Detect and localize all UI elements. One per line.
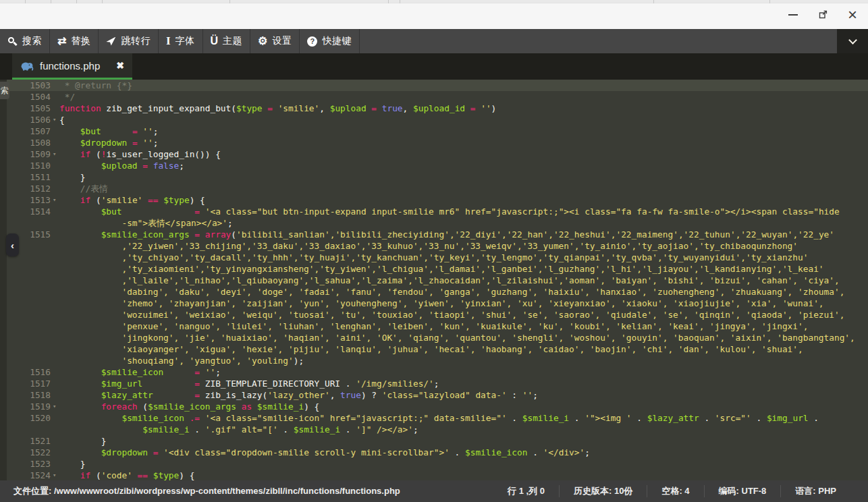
gutter-cell: 1518 [0,389,59,401]
code-line[interactable]: * @return {*} [59,80,132,91]
font-icon: I [166,36,171,47]
line-number: 1517 [8,378,51,389]
code-row: 1505function zib_get_input_expand_but($t… [0,103,868,114]
status-spaces: 空格: 4 [647,485,703,497]
line-number: 1523 [8,458,51,470]
fold-arrow-icon[interactable]: ▾ [51,470,59,480]
code-line[interactable]: 'shouqiang', 'yangtuo', 'youling'); [59,355,304,366]
toolbar-button-shortcuts[interactable]: ?快捷键 [300,29,360,53]
code-line[interactable]: $upload = false; [59,160,184,171]
restore-button[interactable] [817,9,829,21]
code-row: ,'ty_chiyao','ty_dacall','ty_hhh','ty_hu… [0,252,868,263]
gutter-cell [0,286,59,298]
gutter-cell: 1511 [0,171,59,183]
fold-arrow-icon[interactable]: ▾ [51,148,59,160]
toolbar: 搜索⇄替换跳转行I字体Ü主题⚙设置?快捷键 [0,29,868,53]
statusbar: 文件位置: /www/wwwroot/zibi/wordpress/wp-con… [0,480,868,502]
code-line[interactable]: $dropdown = '<div class="dropdown-smilie… [59,447,590,458]
code-line[interactable]: } [59,458,86,470]
code-row: 1510 $upload = false; [0,160,868,171]
gutter-cell [0,320,59,332]
code-line[interactable]: */ [59,91,75,103]
code-line[interactable]: $smilie_i . '.gif" alt="[' . $smilie_i .… [59,424,418,435]
code-line[interactable]: foreach ($smilie_icon_args as $smilie_i)… [59,401,319,412]
close-button[interactable]: × [846,9,859,21]
search-icon [7,36,18,47]
code-line[interactable]: $but = '<a class="but btn-input-expand i… [59,206,840,217]
line-number: 1509 [8,148,51,160]
code-line[interactable]: $smilie_icon_args = array('bilibili_sanl… [59,229,834,240]
collapsed-search-panel-tab[interactable]: 索 [0,82,9,99]
minimize-button[interactable] [787,9,799,21]
code-row: 1506▾{ [0,114,868,125]
code-row: 1515 $smilie_icon_args = array('bilibili… [0,229,868,240]
sidebar-collapse-handle[interactable]: ‹ [6,233,19,256]
code-editor-window: × 搜索⇄替换跳转行I字体Ü主题⚙设置?快捷键 functions.php ✖ [0,0,868,502]
code-line[interactable]: 'penxue', 'nanguo', 'liulei', 'liuhan', … [59,320,808,332]
code-line[interactable]: if ('code' == $type) { [59,470,194,480]
code-row: 1503 * @return {*} [0,80,868,91]
code-line[interactable]: if (!is_user_logged_in()) { [59,148,221,160]
code-line[interactable]: $but = ''; [59,125,158,137]
fold-arrow-icon[interactable]: ▾ [51,194,59,206]
code-line[interactable]: $lazy_attr = zib_is_lazy('lazy_other', t… [59,389,538,401]
code-line[interactable]: if ('smilie' == $type) { [59,194,205,206]
tab-functions-php[interactable]: functions.php ✖ [12,53,132,80]
code-line[interactable]: 'dabing', 'daku', 'deyi', 'doge', 'fadai… [59,286,844,298]
code-line[interactable]: function zib_get_input_expand_but($type … [59,103,496,114]
code-line[interactable]: 'zhemo', 'zhayanjian', 'zaijian', 'yun',… [59,298,824,309]
code-line[interactable]: 'wozuimei', 'weixiao', 'weiqu', 'tuosai'… [59,309,844,320]
line-number: 1512 [8,183,51,194]
code-line[interactable]: ,'22_yiwen','33_chijing','33_daku','33_d… [59,240,798,252]
code-row: $smilie_i . '.gif" alt="[' . $smilie_i .… [0,424,868,435]
line-number: 1518 [8,389,51,401]
code-line[interactable]: 'xiaoyanger', 'xigua', 'hexie', 'pijiu',… [59,343,803,355]
code-line[interactable]: { [59,114,65,125]
code-line[interactable]: $img_url = ZIB_TEMPLATE_DIRECTORY_URI . … [59,378,439,389]
code-row: 1524▾ if ('code' == $type) { [0,470,868,480]
file-location-label: 文件位置: [13,486,51,496]
code-row: 1508 $dropdown = ''; [0,137,868,148]
code-line[interactable]: $dropdown = ''; [59,137,158,148]
line-number: 1522 [8,447,51,458]
code-line[interactable]: ,'l_laile','l_nihao','l_qiubaoyang','l_s… [59,275,840,286]
status-history-versions: 历史版本: 10份 [559,485,647,497]
code-line[interactable]: $smilie_icon = ''; [59,366,221,378]
code-row: 1504 */ [0,91,868,103]
line-number: 1511 [8,171,51,183]
chevron-left-icon: ‹ [11,240,14,251]
code-editor[interactable]: 1503 * @return {*}1504 */1505function zi… [0,80,868,480]
code-line[interactable]: ,'ty_xiaomieni','ty_yinyangxiansheng','t… [59,263,824,275]
gutter-cell [0,343,59,355]
toolbar-button-search[interactable]: 搜索 [0,29,50,53]
gutter-cell: 1509▾ [0,148,59,160]
code-row: 1516 $smilie_icon = ''; [0,366,868,378]
toolbar-button-goto-line[interactable]: 跳转行 [99,29,159,53]
fold-arrow-icon[interactable]: ▾ [51,114,59,125]
line-number: 1508 [8,137,51,148]
code-line[interactable]: //表情 [59,183,108,194]
code-line[interactable]: } [59,171,86,183]
code-line[interactable]: $smilie_icon .= '<a class="smilie-icon" … [59,412,819,424]
gutter-cell: 1510 [0,160,59,171]
question-mark-icon: ? [307,36,317,47]
code-line[interactable]: 'jingkong', 'jie', 'huaixiao', 'haqian',… [59,332,855,343]
settings-icon: ⚙ [258,36,267,47]
gutter-cell [0,332,59,343]
file-location: 文件位置: /www/wwwroot/zibi/wordpress/wp-con… [0,485,493,497]
fold-arrow-icon[interactable]: ▾ [51,401,59,412]
tab-close-icon[interactable]: ✖ [116,60,124,71]
titlebar: × [0,0,868,29]
code-line[interactable]: -sm">表情</span></a>'; [59,217,233,229]
toolbar-button-font[interactable]: I字体 [159,29,203,53]
code-line[interactable]: } [59,435,106,447]
toolbar-overflow-button[interactable] [837,29,868,53]
code-line[interactable]: ,'ty_chiyao','ty_dacall','ty_hhh','ty_hu… [59,252,808,263]
toolbar-button-settings[interactable]: ⚙设置 [250,29,300,53]
toolbar-button-replace[interactable]: ⇄替换 [50,29,99,53]
gutter-cell [0,355,59,366]
gutter-cell: 1507 [0,125,59,137]
code-row: -sm">表情</span></a>'; [0,217,868,229]
toolbar-button-theme[interactable]: Ü主题 [203,29,251,53]
code-row: 'wozuimei', 'weixiao', 'weiqu', 'tuosai'… [0,309,868,320]
